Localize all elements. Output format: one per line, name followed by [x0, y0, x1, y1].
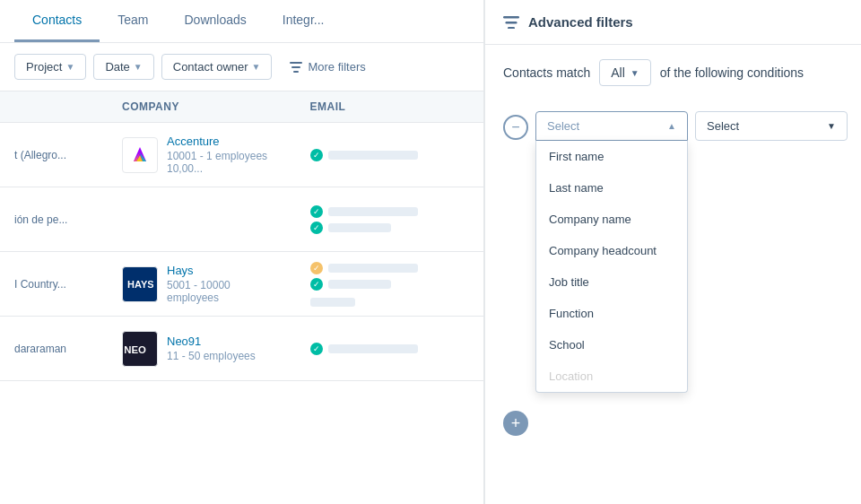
neo91-logo: NEO	[123, 336, 157, 361]
check-verified-icon: ✓	[310, 222, 323, 234]
tab-integrations[interactable]: Integr...	[265, 0, 343, 42]
col-name	[0, 91, 108, 122]
date-filter-button[interactable]: Date ▼	[93, 54, 153, 80]
col-company: Company	[108, 91, 296, 122]
tab-team[interactable]: Team	[100, 0, 166, 42]
dropdown-item-function[interactable]: Function	[536, 298, 687, 329]
email-row: ✓	[310, 343, 470, 355]
filter-lines-icon	[290, 62, 302, 73]
svg-rect-1	[291, 66, 300, 68]
cell-name: ión de pe...	[0, 204, 108, 235]
email-row: ✓	[310, 205, 470, 218]
company-sub: 5001 - 10000 employees	[167, 279, 282, 304]
hays-logo: HAYS	[126, 272, 153, 297]
dropdown-item-companyname[interactable]: Company name	[536, 204, 687, 235]
svg-text:NEO: NEO	[124, 344, 146, 355]
company-name-link[interactable]: Accenture	[167, 135, 282, 148]
company-logo	[122, 137, 158, 173]
right-panel: Advanced filters Contacts match All ▼ of…	[484, 0, 861, 504]
svg-rect-10	[503, 16, 519, 19]
blurred-email	[328, 207, 418, 216]
tab-contacts[interactable]: Contacts	[14, 0, 100, 42]
dropdown-item-lastname[interactable]: Last name	[536, 172, 687, 204]
company-sub: 10001 - 1 employees 10,00...	[167, 150, 282, 175]
company-sub: 11 - 50 employees	[167, 350, 256, 362]
chevron-up-icon: ▲	[667, 121, 676, 131]
email-row: ✓	[310, 149, 470, 161]
chevron-down-icon: ▼	[827, 121, 836, 131]
left-panel: Contacts Team Downloads Integr... Projec…	[0, 0, 484, 504]
advanced-filters-header: Advanced filters	[485, 0, 861, 45]
company-info: Neo91 11 - 50 employees	[167, 335, 256, 362]
blurred-email	[328, 264, 418, 273]
table-row: t (Allegro... Accenture	[0, 123, 483, 187]
cell-email: ✓	[296, 334, 484, 364]
operator-select-dropdown[interactable]: Select ▼	[695, 111, 848, 141]
svg-rect-11	[506, 22, 517, 24]
company-info: Accenture 10001 - 1 employees 10,00...	[167, 135, 282, 175]
table-row: dararaman NEO Neo91 11 - 50 employees	[0, 317, 483, 381]
dropdown-item-school[interactable]: School	[536, 329, 687, 361]
contacts-table: Company Email t (Allegro...	[0, 91, 483, 504]
advanced-filters-title: Advanced filters	[528, 14, 633, 30]
match-row: Contacts match All ▼ of the following co…	[485, 45, 861, 100]
blurred-email	[328, 344, 418, 353]
add-condition-row: +	[485, 404, 861, 443]
more-filters-button[interactable]: More filters	[279, 55, 376, 79]
project-filter-button[interactable]: Project ▼	[14, 54, 86, 80]
first-select-container: Select ▲ First name Last name Company na…	[535, 111, 688, 393]
table-header: Company Email	[0, 91, 483, 123]
table-row: I Country... HAYS Hays 5001 - 10000 empl…	[0, 252, 483, 317]
table-row: ión de pe... ✓ ✓	[0, 187, 483, 252]
remove-condition-button[interactable]: −	[503, 115, 528, 140]
check-verified-icon: ✓	[310, 149, 323, 161]
col-email: Email	[296, 91, 484, 122]
contacts-match-select[interactable]: All ▼	[599, 59, 650, 86]
chevron-down-icon: ▼	[252, 62, 261, 72]
email-row: ✓	[310, 222, 470, 234]
filter-icon	[503, 16, 519, 29]
condition-row: − Select ▲ First name Last name Company …	[485, 100, 861, 404]
cell-company: NEO Neo91 11 - 50 employees	[108, 322, 296, 376]
cell-company: HAYS Hays 5001 - 10000 employees	[108, 255, 296, 313]
company-logo: HAYS	[122, 266, 158, 302]
tab-downloads[interactable]: Downloads	[166, 0, 264, 42]
cell-email: ✓ ✓	[296, 253, 484, 316]
cell-company	[108, 211, 296, 229]
add-condition-button[interactable]: +	[503, 411, 528, 436]
svg-rect-0	[290, 62, 302, 64]
table-body: t (Allegro... Accenture	[0, 123, 483, 381]
cell-email: ✓ ✓	[296, 196, 484, 243]
company-name-link[interactable]: Hays	[167, 264, 282, 277]
email-row: ✓	[310, 262, 470, 274]
email-row: ✓	[310, 278, 470, 291]
cell-name: dararaman	[0, 333, 108, 364]
dropdown-item-jobtitle[interactable]: Job title	[536, 266, 687, 298]
company-logo: NEO	[122, 331, 158, 367]
accenture-logo	[126, 142, 153, 169]
check-partial-icon: ✓	[310, 262, 323, 274]
svg-text:HAYS: HAYS	[127, 279, 153, 290]
check-verified-icon: ✓	[310, 205, 323, 218]
blurred-email	[328, 151, 418, 160]
check-verified-icon: ✓	[310, 278, 323, 291]
chevron-down-icon: ▼	[134, 62, 143, 72]
blurred-badge	[310, 298, 470, 307]
filters-row: Project ▼ Date ▼ Contact owner ▼ More fi…	[0, 43, 483, 91]
blurred-email-sm	[328, 223, 391, 232]
contact-owner-filter-button[interactable]: Contact owner ▼	[161, 54, 273, 80]
cell-company: Accenture 10001 - 1 employees 10,00...	[108, 126, 296, 184]
chevron-down-icon: ▼	[65, 62, 74, 72]
condition-selects: Select ▲ First name Last name Company na…	[535, 111, 848, 393]
dropdown-item-location[interactable]: Location	[536, 361, 687, 392]
company-info: Hays 5001 - 10000 employees	[167, 264, 282, 304]
field-select-dropdown[interactable]: Select ▲	[535, 111, 688, 141]
cell-email: ✓	[296, 140, 484, 170]
chevron-down-icon: ▼	[631, 68, 639, 78]
field-dropdown-menu: First name Last name Company name Compan…	[535, 141, 688, 393]
svg-rect-12	[508, 27, 515, 29]
dropdown-item-firstname[interactable]: First name	[536, 141, 687, 172]
check-verified-icon: ✓	[310, 343, 323, 355]
dropdown-item-companyheadcount[interactable]: Company headcount	[536, 235, 687, 266]
company-name-link[interactable]: Neo91	[167, 335, 256, 348]
